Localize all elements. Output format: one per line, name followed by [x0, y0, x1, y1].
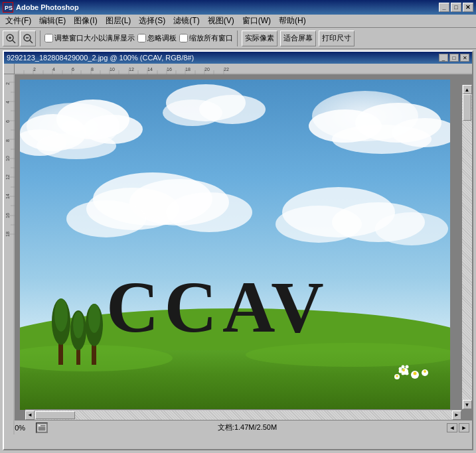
svg-text:16: 16 [167, 67, 172, 72]
svg-point-111 [402, 369, 405, 371]
svg-point-103 [54, 298, 68, 332]
svg-text:8: 8 [91, 67, 94, 72]
ruler-top: 2 4 6 8 10 12 14 16 18 20 22 [15, 64, 472, 74]
ignore-palette-checkbox-group: 忽略调板 [137, 33, 177, 43]
menu-bar: 文件(F) 编辑(E) 图像(I) 图层(L) 选择(S) 滤镜(T) 视图(V… [0, 15, 476, 28]
svg-text:6: 6 [5, 120, 10, 123]
close-button[interactable]: ✕ [463, 3, 473, 12]
svg-point-92 [166, 192, 252, 232]
svg-line-3 [13, 40, 15, 43]
svg-text:8: 8 [5, 139, 10, 142]
document-title: 9292123_182808429000_2.jpg @ 100% (CCAV,… [7, 54, 437, 62]
ruler-left: 2 4 6 8 10 12 14 16 18 [4, 64, 15, 434]
svg-point-84 [332, 125, 432, 154]
title-bar: PS Adobe Photoshop _ □ ✕ [0, 0, 476, 15]
menu-window[interactable]: 窗口(W) [238, 14, 275, 28]
doc-close-button[interactable]: ✕ [460, 54, 469, 62]
svg-point-121 [402, 372, 405, 375]
svg-point-120 [399, 370, 402, 373]
maximize-button[interactable]: □ [451, 3, 461, 12]
svg-text:4: 4 [52, 67, 55, 72]
document-title-bar: 9292123_182808429000_2.jpg @ 100% (CCAV,… [4, 52, 472, 64]
svg-point-96 [375, 212, 448, 245]
svg-text:18: 18 [5, 231, 10, 237]
menu-image[interactable]: 图像(I) [70, 14, 101, 28]
menu-select[interactable]: 选择(S) [135, 14, 169, 28]
window-controls: _ □ ✕ [439, 3, 473, 12]
canvas-area: CCAV ▲ ▼ ◄ ► [15, 74, 472, 434]
svg-rect-44 [4, 64, 15, 434]
svg-text:CCAV: CCAV [106, 267, 329, 348]
resize-window-checkbox[interactable] [44, 34, 53, 42]
scroll-down-button[interactable]: ▼ [463, 400, 472, 409]
menu-file[interactable]: 文件(F) [1, 14, 35, 28]
svg-point-95 [276, 206, 362, 243]
nav-next-button[interactable]: ► [459, 423, 469, 432]
svg-text:16: 16 [5, 213, 10, 218]
svg-rect-9 [15, 64, 472, 74]
resize-window-checkbox-group: 调整窗口大小以满屏显示 [44, 33, 135, 43]
print-size-button[interactable]: 打印尺寸 [319, 31, 355, 46]
toolbar-sep2 [237, 31, 238, 46]
vertical-scrollbar[interactable]: ▲ ▼ [461, 85, 472, 409]
ruler-corner [4, 64, 15, 74]
zoom-all-label: 缩放所有窗口 [189, 33, 233, 43]
svg-text:20: 20 [204, 67, 210, 72]
menu-view[interactable]: 视图(V) [204, 14, 238, 28]
menu-help[interactable]: 帮助(H) [275, 14, 310, 28]
svg-text:14: 14 [147, 67, 153, 72]
svg-point-118 [402, 365, 405, 369]
svg-text:22: 22 [224, 67, 229, 72]
app-title: Adobe Photoshop [16, 3, 439, 11]
canvas-image: CCAV [20, 80, 450, 410]
toolbar-sep1 [40, 31, 40, 46]
svg-text:10: 10 [110, 67, 115, 72]
menu-layer[interactable]: 图层(L) [102, 14, 135, 28]
svg-point-79 [37, 133, 116, 159]
svg-point-122 [406, 372, 409, 375]
svg-point-109 [88, 304, 100, 333]
svg-point-117 [424, 370, 426, 373]
vertical-scroll-thumb[interactable] [463, 94, 471, 121]
app-icon: PS [3, 2, 13, 13]
svg-text:PS: PS [5, 5, 13, 11]
svg-line-7 [30, 40, 33, 43]
fit-screen-button[interactable]: 适合屏幕 [280, 31, 316, 46]
svg-rect-127 [39, 425, 40, 426]
svg-text:10: 10 [5, 156, 10, 161]
horizontal-scrollbar[interactable]: ◄ ► [25, 409, 461, 420]
zoom-all-checkbox[interactable] [179, 34, 188, 42]
canvas-container: 2 4 6 8 10 12 14 16 18 20 22 [4, 64, 472, 434]
svg-text:2: 2 [5, 82, 10, 85]
svg-point-123 [406, 365, 409, 369]
svg-text:14: 14 [5, 194, 10, 199]
status-nav: ◄ ► [447, 423, 469, 432]
scroll-up-button[interactable]: ▲ [463, 85, 472, 94]
doc-minimize-button[interactable]: _ [439, 54, 448, 62]
menu-filter[interactable]: 滤镜(T) [169, 14, 203, 28]
svg-text:12: 12 [5, 174, 10, 180]
minimize-button[interactable]: _ [439, 3, 449, 12]
document-window: 9292123_182808429000_2.jpg @ 100% (CCAV,… [3, 50, 473, 450]
zoom-all-checkbox-group: 缩放所有窗口 [179, 33, 233, 43]
status-bar: 100% 文档:1.47M/2.50M ◄ ► [4, 420, 472, 434]
menu-edit[interactable]: 编辑(E) [35, 14, 70, 28]
nav-prev-button[interactable]: ◄ [447, 423, 457, 432]
svg-point-91 [66, 200, 146, 237]
toolbar: 调整窗口大小以满屏显示 忽略调板 缩放所有窗口 实际像素 适合屏幕 打印尺寸 [0, 28, 476, 49]
horizontal-scroll-thumb[interactable] [35, 411, 75, 419]
zoom-in-button[interactable] [3, 31, 19, 46]
actual-pixels-button[interactable]: 实际像素 [242, 31, 278, 46]
ignore-palette-label: 忽略调板 [147, 33, 177, 43]
ignore-palette-checkbox[interactable] [137, 34, 146, 42]
scroll-right-button[interactable]: ► [452, 411, 461, 420]
scroll-left-button[interactable]: ◄ [25, 411, 35, 420]
zoom-out-button[interactable] [20, 31, 36, 46]
svg-text:6: 6 [72, 67, 74, 72]
status-icon[interactable] [36, 422, 48, 433]
resize-window-label: 调整窗口大小以满屏显示 [54, 33, 135, 43]
image-svg: CCAV [20, 80, 450, 410]
svg-text:2: 2 [33, 67, 36, 72]
doc-maximize-button[interactable]: □ [449, 54, 459, 62]
svg-point-115 [396, 375, 398, 377]
